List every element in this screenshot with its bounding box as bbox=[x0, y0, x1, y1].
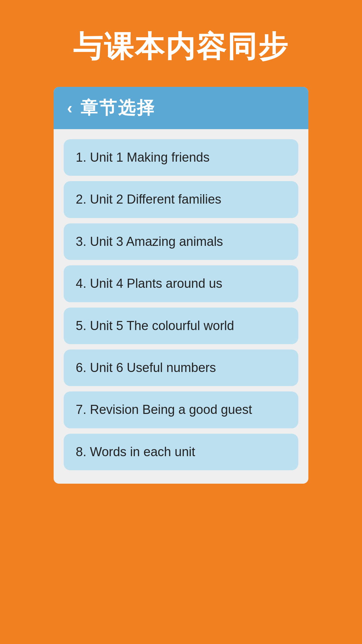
list-item[interactable]: 5. Unit 5 The colourful world bbox=[64, 308, 298, 344]
card-header-title: 章节选择 bbox=[80, 96, 156, 120]
list-item[interactable]: 3. Unit 3 Amazing animals bbox=[64, 223, 298, 260]
list-item[interactable]: 6. Unit 6 Useful numbers bbox=[64, 350, 298, 386]
card-header: ‹ 章节选择 bbox=[54, 87, 308, 129]
main-card: ‹ 章节选择 1. Unit 1 Making friends2. Unit 2… bbox=[54, 87, 308, 484]
back-icon[interactable]: ‹ bbox=[67, 100, 72, 116]
list-item[interactable]: 1. Unit 1 Making friends bbox=[64, 139, 298, 176]
list-item[interactable]: 4. Unit 4 Plants around us bbox=[64, 265, 298, 302]
chapter-list: 1. Unit 1 Making friends2. Unit 2 Differ… bbox=[54, 129, 308, 484]
list-item[interactable]: 2. Unit 2 Different families bbox=[64, 181, 298, 218]
list-item[interactable]: 8. Words in each unit bbox=[64, 434, 298, 470]
list-item[interactable]: 7. Revision Being a good guest bbox=[64, 391, 298, 428]
page-title: 与课本内容同步 bbox=[60, 0, 302, 87]
